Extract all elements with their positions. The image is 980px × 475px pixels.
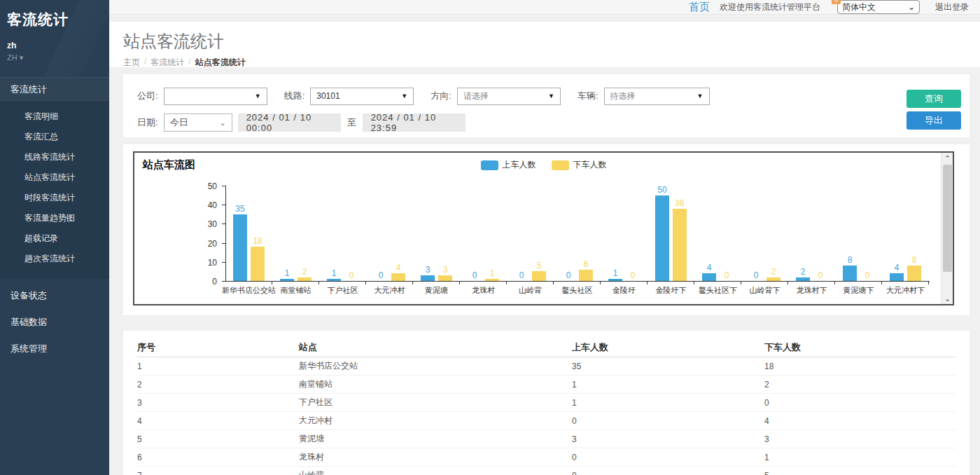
sidebar-item-超载记录[interactable]: 超载记录 [0,228,109,249]
sidebar-item-客流量趋势图[interactable]: 客流量趋势图 [0,208,109,228]
bar-rect[interactable] [673,209,687,281]
export-button[interactable]: 导出 [906,111,961,130]
bar-rect[interactable] [843,266,857,281]
bar-上车人数[interactable]: 3 [421,186,435,281]
scroll-up-icon[interactable]: ⌃ [941,153,953,164]
bar-rect[interactable] [702,273,716,281]
bar-group-黄泥塘: 33黄泥塘 [413,186,460,281]
bar-上车人数[interactable]: 35 [233,186,247,281]
bar-上车人数[interactable]: 0 [561,186,575,281]
query-button[interactable]: 查询 [906,90,961,108]
scroll-down-icon[interactable]: ⌄ [941,293,953,304]
vehicle-select[interactable]: 待选择 ▼ [604,88,710,105]
sidebar-item-时段客流统计[interactable]: 时段客流统计 [0,188,109,208]
bar-上车人数[interactable]: 0 [514,186,528,281]
bar-下车人数[interactable]: 8 [907,186,921,281]
bar-上车人数[interactable]: 0 [374,186,388,281]
bar-下车人数[interactable]: 4 [391,186,405,281]
bar-rect[interactable] [907,266,921,281]
company-select[interactable]: ▼ [164,88,267,105]
bar-下车人数[interactable]: 6 [579,186,593,281]
user-lang-dropdown[interactable]: ZH ▾ [7,53,102,62]
sidebar: 客流统计 zh ZH ▾ 客流统计 客流明细客流汇总线路客流统计站点客流统计时段… [0,0,109,475]
scrollbar-thumb[interactable] [943,165,952,272]
bar-rect[interactable] [579,270,593,281]
bar-上车人数[interactable]: 0 [468,186,482,281]
home-link[interactable]: 首页 [689,1,710,14]
bar-rect[interactable] [485,279,499,281]
bar-上车人数[interactable]: 1 [280,186,294,281]
sidebar-item-客流汇总[interactable]: 客流汇总 [0,127,109,147]
bar-rect[interactable] [298,277,312,281]
bar-上车人数[interactable]: 2 [796,186,810,281]
bar-下车人数[interactable]: 38 [673,186,687,281]
bar-上车人数[interactable]: 0 [749,186,763,281]
bar-下车人数[interactable]: 0 [860,186,874,281]
bar-下车人数[interactable]: 18 [251,186,265,281]
bar-上车人数[interactable]: 4 [890,186,904,281]
table-cell: 2 [764,380,955,390]
bar-group-鳌头社区: 06鳌头社区 [554,186,601,281]
bar-下车人数[interactable]: 2 [298,186,312,281]
table-header-row: 序号站点上车人数下车人数 [137,338,955,357]
bar-rect[interactable] [766,277,780,281]
bar-rect[interactable] [532,271,546,281]
bar-value-label: 35 [235,205,244,213]
sidebar-item-线路客流统计[interactable]: 线路客流统计 [0,147,109,167]
legend-item-下车人数[interactable]: 下车人数 [552,159,607,171]
bar-下车人数[interactable]: 2 [766,186,780,281]
sidebar-item-站点客流统计[interactable]: 站点客流统计 [0,167,109,188]
bar-rect[interactable] [280,279,294,281]
line-select[interactable]: 30101 ▼ [310,88,414,105]
bar-rect[interactable] [421,275,435,281]
vehicle-label: 车辆: [578,90,598,102]
bar-上车人数[interactable]: 1 [327,186,341,281]
date-preset-select[interactable]: 今日 ⌄ [164,113,232,132]
table-cell: 龙珠村 [299,451,572,463]
main-area: 首页 欢迎使用客流统计管理平台 0 简体中文 ⌄ 退出登录 站点客流统计 主页/… [109,0,980,475]
logout-link[interactable]: 退出登录 [935,1,969,13]
bar-上车人数[interactable]: 1 [608,186,622,281]
bar-下车人数[interactable]: 0 [344,186,358,281]
bar-group-黄泥塘下: 80黄泥塘下 [835,186,882,281]
bar-value-label: 8 [848,256,853,264]
language-select[interactable]: 简体中文 ⌄ [837,0,920,14]
sidebar-item-客流明细[interactable]: 客流明细 [0,106,109,127]
date-to-input[interactable]: 2024 / 01 / 10 23:59 [363,113,465,132]
bar-下车人数[interactable]: 0 [720,186,734,281]
bar-上车人数[interactable]: 8 [843,186,857,281]
sidebar-item-设备状态[interactable]: 设备状态 [0,282,109,309]
bar-下车人数[interactable]: 1 [485,186,499,281]
table-row: 4大元冲村04 [137,412,955,430]
bar-rect[interactable] [251,247,265,281]
bar-下车人数[interactable]: 5 [532,186,546,281]
sidebar-item-基础数据[interactable]: 基础数据 [0,309,109,336]
bar-value-label: 8 [912,256,917,264]
sidebar-item-系统管理[interactable]: 系统管理 [0,336,109,362]
bar-下车人数[interactable]: 0 [626,186,640,281]
table-cell: 3 [764,434,955,444]
table-cell: 35 [572,362,764,371]
sidebar-menu-group: 客流统计 客流明细客流汇总线路客流统计站点客流统计时段客流统计客流量趋势图超载记… [0,77,109,277]
bar-上车人数[interactable]: 50 [655,186,669,281]
bar-rect[interactable] [327,279,341,281]
table-cell: 黄泥塘 [299,433,572,445]
bar-rect[interactable] [655,195,669,281]
table-row: 3下户社区10 [137,394,955,412]
direction-select[interactable]: 请选择 ▼ [457,88,561,105]
bar-上车人数[interactable]: 4 [702,186,716,281]
date-from-input[interactable]: 2024 / 01 / 10 00:00 [238,113,341,132]
sidebar-item-passenger-stats[interactable]: 客流统计 [0,78,109,102]
bar-rect[interactable] [391,273,405,281]
legend-item-上车人数[interactable]: 上车人数 [481,159,536,171]
bar-rect[interactable] [438,275,452,281]
bar-value-label: 50 [657,186,666,194]
bar-下车人数[interactable]: 0 [813,186,827,281]
bar-rect[interactable] [796,277,810,281]
bar-rect[interactable] [608,279,622,281]
sidebar-item-趟次客流统计[interactable]: 趟次客流统计 [0,249,109,269]
chart-scrollbar[interactable]: ⌃ ⌄ [941,153,953,304]
bar-rect[interactable] [233,214,247,281]
bar-rect[interactable] [890,273,904,281]
bar-下车人数[interactable]: 3 [438,186,452,281]
